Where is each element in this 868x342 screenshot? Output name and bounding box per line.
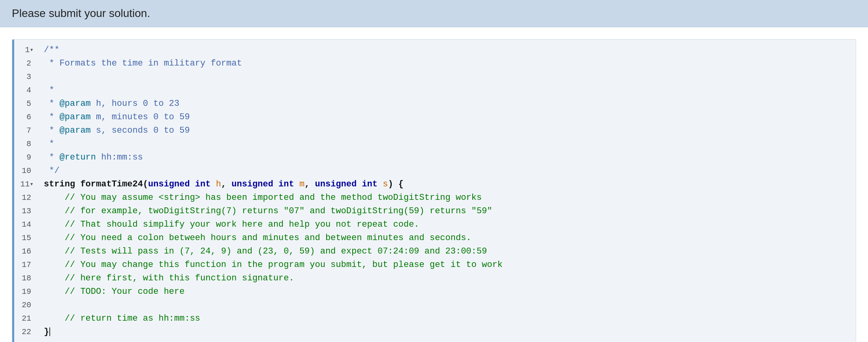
line-num-13: 13	[12, 205, 36, 218]
line-num-17: 17	[12, 258, 36, 272]
line-13-content: // for example, twoDigitString(7) return…	[36, 205, 856, 218]
code-line-22: 22 }	[12, 325, 856, 339]
code-line-5: 5 * @param h, hours 0 to 23	[12, 97, 856, 111]
code-line-20: 20	[12, 299, 856, 312]
code-line-21: 21 // return time as hh:mm:ss	[12, 312, 856, 325]
line-18-content: // here first, with this function signat…	[36, 272, 856, 285]
code-line-12: 12 // You may assume <string> has been i…	[12, 191, 856, 205]
code-line-7: 7 * @param s, seconds 0 to 59	[12, 124, 856, 137]
line-num-16: 16	[12, 245, 36, 258]
line-5-content: * @param h, hours 0 to 23	[36, 97, 856, 111]
line-15-content: // You need a colon betweeh hours and mi…	[36, 231, 856, 245]
code-line-8: 8 *	[12, 137, 856, 151]
submit-prompt: Please submit your solution.	[12, 7, 150, 19]
line-7-content: * @param s, seconds 0 to 59	[36, 124, 856, 137]
code-line-10: 10 */	[12, 164, 856, 178]
line-1-content: /**	[36, 43, 856, 57]
line-2-content: * Formats the time in military format	[36, 57, 856, 70]
line-num-5: 5	[12, 97, 36, 111]
code-area: 1 ▾ /** 2 * Formats the time in military…	[12, 43, 856, 339]
top-bar: Please submit your solution.	[0, 0, 868, 27]
code-line-15: 15 // You need a colon betweeh hours and…	[12, 231, 856, 245]
line-21-content: // return time as hh:mm:ss	[36, 312, 856, 325]
line-9-content: * @return hh:mm:ss	[36, 151, 856, 164]
line-num-11: 11 ▾	[12, 178, 36, 191]
line-num-2: 2	[12, 57, 36, 70]
line-num-7: 7	[12, 124, 36, 137]
code-line-1: 1 ▾ /**	[12, 43, 856, 57]
code-line-18: 18 // here first, with this function sig…	[12, 272, 856, 285]
line-num-8: 8	[12, 137, 36, 151]
line-19-content: // TODO: Your code here	[36, 285, 856, 299]
line-11-content: string formatTime24(unsigned int h, unsi…	[36, 178, 856, 191]
code-line-3: 3	[12, 70, 856, 84]
fold-arrow-11[interactable]: ▾	[30, 178, 34, 191]
line-4-content: *	[36, 84, 856, 97]
line-14-content: // That should simplify your work here a…	[36, 218, 856, 231]
line-num-15: 15	[12, 231, 36, 245]
line-num-22: 22	[12, 325, 36, 339]
line-22-content: }	[36, 325, 856, 339]
line-12-content: // You may assume <string> has been impo…	[36, 191, 856, 205]
line-num-3: 3	[12, 70, 36, 84]
line-16-content: // Tests will pass in (7, 24, 9) and (23…	[36, 245, 856, 258]
line-num-10: 10	[12, 164, 36, 178]
code-line-14: 14 // That should simplify your work her…	[12, 218, 856, 231]
line-17-content: // You may change this function in the p…	[36, 258, 856, 272]
code-line-13: 13 // for example, twoDigitString(7) ret…	[12, 205, 856, 218]
line-num-1: 1 ▾	[12, 43, 36, 57]
line-num-18: 18	[12, 272, 36, 285]
line-10-content: */	[36, 164, 856, 178]
fold-arrow-1[interactable]: ▾	[30, 43, 34, 57]
code-line-9: 9 * @return hh:mm:ss	[12, 151, 856, 164]
line-8-content: *	[36, 137, 856, 151]
line-num-12: 12	[12, 191, 36, 205]
code-line-19: 19 // TODO: Your code here	[12, 285, 856, 299]
line-3-content	[36, 70, 856, 84]
line-num-20: 20	[12, 299, 36, 312]
code-line-11: 11 ▾ string formatTime24(unsigned int h,…	[12, 178, 856, 191]
code-line-6: 6 * @param m, minutes 0 to 59	[12, 111, 856, 124]
line-num-14: 14	[12, 218, 36, 231]
line-6-content: * @param m, minutes 0 to 59	[36, 111, 856, 124]
code-line-16: 16 // Tests will pass in (7, 24, 9) and …	[12, 245, 856, 258]
line-20-content	[36, 299, 856, 312]
code-editor[interactable]: 1 ▾ /** 2 * Formats the time in military…	[12, 39, 856, 342]
line-num-19: 19	[12, 285, 36, 299]
line-num-4: 4	[12, 84, 36, 97]
text-cursor	[49, 327, 50, 336]
code-line-4: 4 *	[12, 84, 856, 97]
code-line-2: 2 * Formats the time in military format	[12, 57, 856, 70]
line-num-9: 9	[12, 151, 36, 164]
line-num-21: 21	[12, 312, 36, 325]
code-line-17: 17 // You may change this function in th…	[12, 258, 856, 272]
line-num-6: 6	[12, 111, 36, 124]
